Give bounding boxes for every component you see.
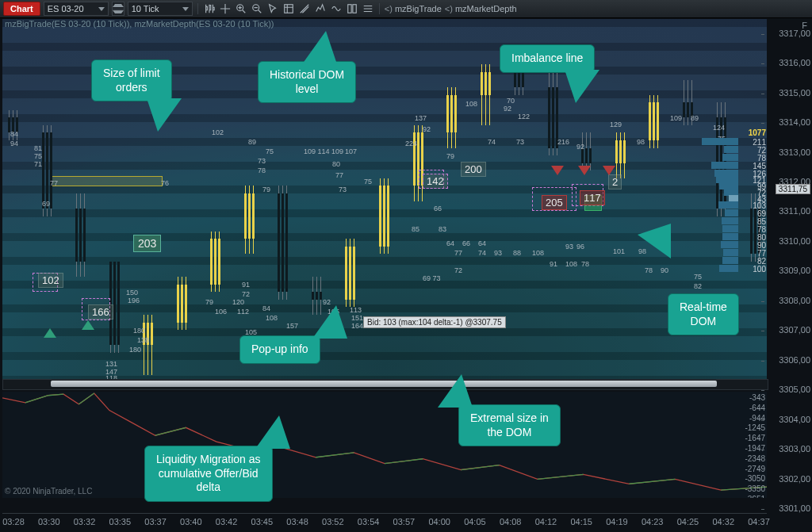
order-size-label: 98 (637, 138, 645, 146)
delta-panel[interactable]: -343-644-944-1245-1647-1947-2348-2749-30… (2, 392, 767, 498)
order-size-label: 84 (10, 130, 18, 138)
order-size-label: 78 (581, 260, 589, 268)
order-size-label: 137 (415, 114, 427, 122)
order-size-label: 75 (266, 147, 274, 155)
order-size-label: 89 (248, 138, 256, 146)
order-size-label: 166 (88, 304, 113, 320)
price-tick: 3303,00 (766, 444, 810, 454)
order-size-label: 113 (350, 306, 362, 314)
price-tick: 3311,00 (766, 206, 810, 216)
time-tick: 04:32 (712, 517, 734, 526)
chart-trader-icon[interactable] (346, 2, 358, 15)
databox-icon[interactable] (282, 2, 295, 15)
svg-rect-2 (284, 5, 293, 13)
order-size-label: 124 (713, 124, 725, 132)
zoom-in-icon[interactable] (235, 2, 247, 15)
time-axis[interactable]: 03:2803:3003:3203:3503:3703:4003:4203:45… (2, 513, 767, 530)
order-size-label: 78 (258, 166, 266, 174)
delta-tick: -944 (749, 414, 765, 423)
order-size-label: 78 (645, 266, 653, 274)
scrollbar-thumb[interactable] (51, 381, 717, 387)
price-axis[interactable]: F 3301,003302,003303,003304,003305,00330… (766, 19, 810, 509)
price-tick: 3306,00 (766, 355, 810, 365)
properties-icon[interactable] (362, 2, 374, 15)
order-size-label: 93 (565, 243, 573, 251)
cursor-icon[interactable] (266, 2, 279, 15)
order-size-label: 70 (507, 97, 515, 105)
horizontal-scrollbar[interactable] (2, 379, 768, 390)
order-size-label: 73 (258, 157, 266, 165)
dom-max-level: 1077 (749, 128, 766, 137)
order-size-label: 108 (565, 260, 577, 268)
price-tick: 3307,00 (766, 325, 810, 335)
time-tick: 03:37 (144, 517, 167, 526)
price-tick: 3314,00 (766, 117, 810, 127)
price-tick: 3301,00 (766, 503, 810, 513)
delta-tick: -1947 (745, 444, 765, 453)
order-size-label: 74 (478, 249, 486, 257)
order-size-label: 131 (105, 360, 117, 368)
order-size-label: 94 (10, 140, 18, 147)
order-size-label: 79 (205, 298, 213, 306)
delta-tick: -1647 (745, 434, 765, 442)
svg-rect-3 (347, 5, 350, 13)
delta-line-plot (2, 392, 767, 498)
time-tick: 03:28 (2, 517, 25, 526)
order-size-label: 108 (266, 314, 278, 322)
order-size-label: 74 (488, 138, 496, 146)
order-size-label: 72 (242, 290, 250, 298)
indicators-icon[interactable] (314, 2, 327, 15)
interval-value: 10 Tick (132, 4, 179, 13)
order-size-label: 102 (38, 273, 63, 288)
liquidity-bar (50, 176, 163, 186)
zoom-out-icon[interactable] (251, 2, 263, 15)
order-size-label: 157 (286, 322, 298, 330)
order-size-label: 79 (446, 152, 454, 160)
order-size-label: 92 (423, 125, 431, 133)
order-size-label: 203 (133, 235, 161, 252)
price-tick: 3317,00 (766, 29, 810, 38)
instrument-stepper[interactable] (112, 2, 124, 16)
time-tick: 03:45 (251, 517, 274, 526)
delta-tick: -3651 (745, 495, 765, 498)
order-size-label: 73 (339, 186, 347, 193)
order-size-label: 64 (478, 239, 486, 247)
order-size-label: 142 (423, 174, 448, 189)
crosshair-icon[interactable] (219, 2, 232, 15)
callout-hist-dom: Historical DOM level (258, 61, 356, 103)
instrument-dropdown[interactable]: ES 03-20 (44, 2, 109, 16)
order-size-label: 91 (550, 260, 557, 268)
delta-tick: -2348 (745, 454, 765, 463)
dom-level: 100 (753, 265, 766, 274)
delta-tick: -2749 (745, 465, 765, 473)
time-tick: 04:08 (500, 517, 522, 526)
order-size-label: 180 (133, 327, 145, 335)
price-tick: 3316,00 (766, 58, 810, 67)
order-size-label: 76 (161, 179, 169, 187)
time-tick: 03:48 (286, 517, 308, 526)
order-size-label: 117 (580, 190, 605, 205)
toolbar: Chart ES 03-20 10 Tick <) mzBigTrade <) … (0, 0, 812, 18)
order-size-label: 75 (694, 273, 702, 281)
strategies-icon[interactable] (330, 2, 343, 15)
indicator-link-1[interactable]: <) mzMarketDepth (445, 4, 517, 13)
order-size-label: 64 (446, 239, 454, 247)
indicator-link-0[interactable]: <) mzBigTrade (385, 4, 442, 13)
order-size-label: 93 (494, 249, 502, 257)
order-size-label: 108 (465, 100, 477, 108)
candlestick-icon[interactable] (203, 2, 216, 15)
order-size-label: 90 (661, 266, 668, 274)
price-tick: 3313,00 (766, 147, 810, 157)
order-size-label: 122 (518, 113, 530, 121)
callout-size-limit: Size of limit orders (91, 59, 172, 101)
time-tick: 04:19 (606, 517, 628, 526)
order-size-label: 96 (576, 243, 584, 251)
interval-dropdown[interactable]: 10 Tick (128, 2, 193, 16)
order-size-label: 164 (351, 322, 363, 330)
callout-liq-mig: Liquidity Migration as cumulative Offer/… (144, 446, 273, 502)
time-tick: 03:35 (109, 517, 132, 526)
chart-subheader: mzBigTrade(ES 03-20 (10 Tick)), mzMarket… (5, 19, 274, 29)
order-size-label: 112 (237, 308, 249, 316)
drawing-icon[interactable] (298, 2, 311, 15)
price-tick: 3315,00 (766, 88, 810, 98)
